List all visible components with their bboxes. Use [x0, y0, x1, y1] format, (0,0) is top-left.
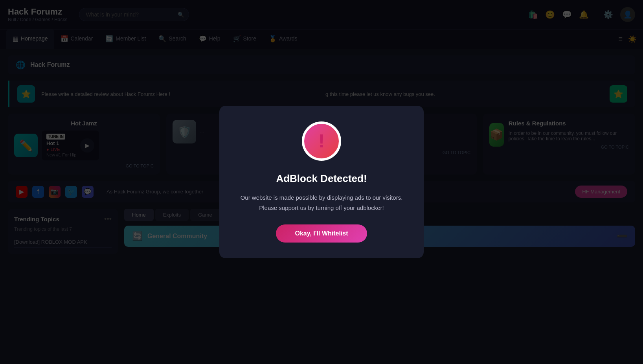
modal-body: Our website is made possible by displayi… — [239, 193, 404, 213]
adblock-modal: ! AdBlock Detected! Our website is made … — [219, 106, 424, 258]
exclamation-icon: ! — [318, 132, 325, 151]
modal-icon-wrapper: ! — [302, 121, 341, 161]
overlay: ! AdBlock Detected! Our website is made … — [0, 0, 643, 260]
modal-title: AdBlock Detected! — [239, 173, 404, 185]
whitelist-button[interactable]: Okay, I'll Whitelist — [276, 224, 367, 243]
